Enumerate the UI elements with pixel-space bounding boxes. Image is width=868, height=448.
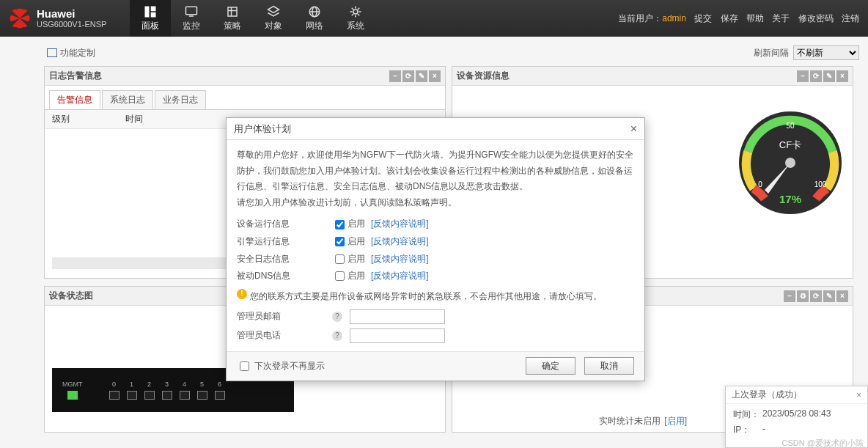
nav-policy[interactable]: 策略 [212,0,253,37]
svg-line-20 [358,7,359,9]
panel-btn-settings[interactable]: ⚙ [797,290,809,302]
col-time: 时间 [125,113,143,125]
panel-btn-min[interactable]: – [797,70,809,82]
admin-phone-label: 管理员电话 [237,328,332,344]
link-logout[interactable]: 注销 [842,13,859,23]
tab-bizlog[interactable]: 业务日志 [155,90,206,109]
tab-alarm[interactable]: 告警信息 [49,90,100,109]
port-1[interactable] [127,391,137,400]
huawei-logo-icon [7,7,32,29]
opt-dns-check[interactable] [335,271,345,281]
panel-alarm-title: 日志告警信息 [49,70,102,82]
panel-btn-min[interactable]: – [784,290,795,302]
modal-warning: 您的联系方式主要是用作设备或网络异常时的紧急联系，不会用作其他用途，请放心填写。 [250,289,602,305]
watermark: CSDN @爱技术的小陈 [782,438,864,448]
opt-seclog-link[interactable]: [反馈内容说明] [371,251,429,268]
svg-rect-2 [151,12,156,17]
nav-dashboard[interactable]: 面板 [130,0,171,37]
svg-rect-5 [228,7,237,16]
monitor-icon [183,5,199,18]
login-time-label: 时间： [733,408,762,421]
nav-system[interactable]: 系统 [335,0,376,37]
nav-object[interactable]: 对象 [253,0,294,37]
opt-engine-link[interactable]: [反馈内容说明] [371,234,429,250]
dont-show-again[interactable]: 下次登录不再显示 [237,359,325,373]
admin-email-input[interactable] [350,309,445,324]
svg-point-12 [353,10,358,14]
realtime-stat: 实时统计未启用 [启用] [599,415,687,427]
svg-rect-0 [145,6,150,17]
refresh-label: 刷新间隔 [754,47,789,59]
brand-name: Huawei [37,8,106,21]
modal-title: 用户体验计划 [234,122,291,136]
nav-monitor[interactable]: 监控 [171,0,212,37]
svg-text:50: 50 [786,122,795,130]
realtime-enable-link[interactable]: [启用] [664,416,687,426]
col-level: 级别 [52,113,125,125]
svg-line-19 [352,14,353,15]
opt-seclog-label: 安全日志信息 [237,251,332,268]
panel-btn-close[interactable]: × [836,290,848,302]
login-ip-value: - [762,424,765,436]
port-6[interactable] [215,391,225,400]
svg-text:CF卡: CF卡 [779,139,801,150]
svg-marker-8 [268,6,279,12]
opt-device-check[interactable] [335,220,345,229]
network-icon [306,5,323,18]
svg-rect-1 [151,6,156,11]
port-2[interactable] [144,391,155,400]
header-right: 当前用户：admin 提交 保存 帮助 关于 修改密码 注销 [618,12,868,25]
opt-seclog-check[interactable] [335,254,345,264]
admin-phone-input[interactable] [350,328,445,343]
nav-network[interactable]: 网络 [294,0,335,37]
customize-icon [47,48,57,57]
opt-device-link[interactable]: [反馈内容说明] [371,216,429,232]
port-3[interactable] [162,391,172,400]
svg-line-18 [358,14,359,15]
link-change-pwd[interactable]: 修改密码 [798,13,834,23]
cf-card-gauge: CF卡 0 50 100 17% [735,108,845,218]
panel-btn-min[interactable]: – [389,70,401,82]
dont-show-check[interactable] [240,361,249,371]
info-icon[interactable]: ? [332,331,342,341]
opt-dns-link[interactable]: [反馈内容说明] [371,268,429,284]
tab-syslog[interactable]: 系统日志 [102,90,153,109]
svg-text:17%: 17% [779,193,801,205]
panel-resource-title: 设备资源信息 [457,70,510,82]
panel-btn-refresh[interactable]: ⟳ [402,70,414,82]
customize-link[interactable]: 功能定制 [60,47,95,59]
link-help[interactable]: 帮助 [746,13,764,23]
port-5[interactable] [197,391,207,400]
svg-rect-3 [186,7,197,15]
modal-intro: 尊敬的用户您好，欢迎使用华为NGFW下一代防火墙。为提升NGFW安全能力以便为您… [237,147,634,195]
opt-dns-label: 被动DNS信息 [237,268,332,284]
panel-device-title: 设备状态图 [49,290,93,302]
refresh-select[interactable]: 不刷新 [793,45,859,60]
panel-btn-refresh[interactable]: ⟳ [810,70,822,82]
link-about[interactable]: 关于 [772,13,790,23]
object-icon [265,5,282,18]
port-4[interactable] [180,391,190,400]
link-commit[interactable]: 提交 [694,13,712,23]
svg-line-17 [352,7,353,9]
link-save[interactable]: 保存 [721,13,738,23]
login-time-value: 2023/05/28 08:43 [762,408,831,421]
current-user-value: admin [662,13,686,23]
panel-btn-edit[interactable]: ✎ [823,70,835,82]
panel-btn-edit[interactable]: ✎ [823,290,835,302]
login-pop-close-icon[interactable]: × [856,390,861,400]
port-mgmt[interactable] [67,391,78,400]
info-icon[interactable]: ? [332,312,342,322]
svg-text:100: 100 [814,180,827,188]
opt-engine-check[interactable] [335,237,345,246]
panel-btn-edit[interactable]: ✎ [416,70,427,82]
login-pop-title: 上次登录（成功） [732,389,802,401]
user-experience-modal: 用户体验计划 × 尊敬的用户您好，欢迎使用华为NGFW下一代防火墙。为提升NGF… [226,117,645,381]
port-0[interactable] [109,391,119,400]
panel-btn-refresh[interactable]: ⟳ [810,290,822,302]
panel-btn-close[interactable]: × [429,70,441,82]
panel-btn-close[interactable]: × [836,70,848,82]
cancel-button[interactable]: 取消 [584,357,634,375]
modal-close-icon[interactable]: × [630,122,637,136]
ok-button[interactable]: 确定 [526,357,575,375]
